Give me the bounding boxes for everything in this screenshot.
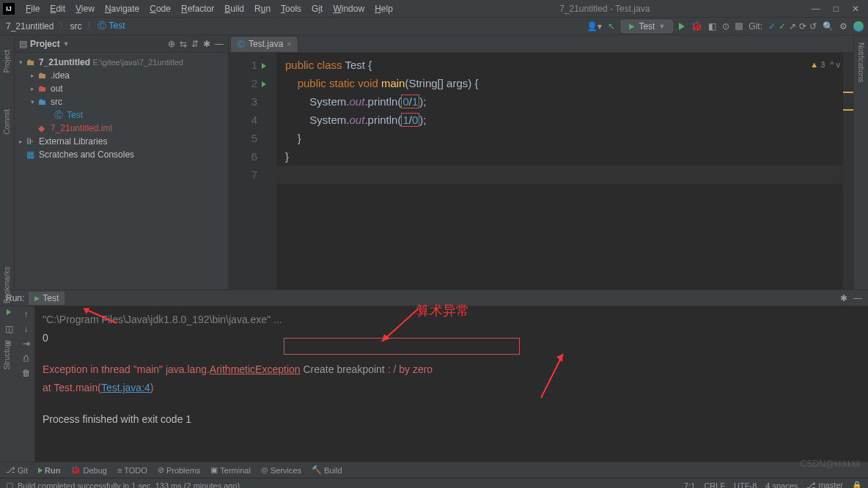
file-encoding[interactable]: UTF-8	[734, 481, 757, 489]
menu-navigate[interactable]: Navigate	[100, 2, 144, 15]
tree-scratches[interactable]: ▦Scratches and Consoles	[15, 148, 228, 161]
run-config-selector[interactable]: ▶ Test ▼	[621, 20, 673, 33]
run-button[interactable]	[679, 23, 685, 30]
down-icon[interactable]: ↓	[24, 324, 29, 334]
crumb-project[interactable]: 7_21untitled	[6, 21, 54, 32]
minimize-icon[interactable]: —	[812, 4, 820, 14]
tab-git[interactable]: ⎇Git	[6, 465, 28, 475]
svg-line-0	[84, 308, 117, 323]
tree-out[interactable]: ▸🖿out	[15, 82, 228, 95]
up-icon[interactable]: ↑	[24, 309, 29, 319]
print-icon[interactable]: ⎙	[23, 353, 29, 363]
menu-help[interactable]: Help	[369, 2, 398, 15]
tool-bookmarks[interactable]: Bookmarks	[3, 267, 11, 303]
stop-button[interactable]	[735, 23, 743, 30]
tab-services[interactable]: ◎Services	[261, 465, 301, 475]
collapse-icon[interactable]: ⇵	[191, 39, 199, 49]
wrap-icon[interactable]: ⇥	[23, 339, 30, 349]
rerun-button[interactable]	[7, 309, 11, 315]
target-icon[interactable]: ⊕	[168, 39, 175, 49]
menu-git[interactable]: Git	[306, 2, 328, 15]
menu-code[interactable]: Code	[144, 2, 176, 15]
tab-terminal[interactable]: ▣Terminal	[210, 465, 251, 475]
status-icon[interactable]: ▢	[6, 481, 13, 488]
window-title: 7_21untitled - Test.java	[398, 4, 812, 14]
tab-run[interactable]: Run	[38, 466, 60, 475]
chevron-right-icon: 〉	[59, 20, 67, 32]
stacktrace-link[interactable]: Test.java:4	[101, 382, 150, 393]
run-tab[interactable]: ▶ Test	[29, 292, 65, 305]
menu-run[interactable]: Run	[249, 2, 276, 15]
tree-iml[interactable]: ◆7_21untitled.iml	[15, 122, 228, 135]
run-toolbar-left: ◫ ≡	[0, 306, 18, 462]
tool-notifications[interactable]: Notifications	[857, 42, 865, 82]
tab-todo[interactable]: ≡TODO	[117, 466, 147, 475]
tool-structure[interactable]: Structure	[3, 340, 11, 370]
profile-button[interactable]: ⊙	[722, 21, 729, 32]
annotation-arrow	[537, 350, 567, 402]
project-panel-header: ▤ Project ▼ ⊕ ⇆ ⇵ ✱ —	[15, 35, 228, 53]
tree-idea[interactable]: ▸🖿.idea	[15, 69, 228, 82]
gear-icon[interactable]: ✱	[203, 39, 210, 49]
lock-icon[interactable]: 🔒	[852, 481, 862, 488]
run-line-icon[interactable]	[262, 63, 266, 69]
git-rollback-icon[interactable]: ↺	[809, 21, 817, 32]
debug-button[interactable]: 🐞	[691, 21, 702, 32]
todo-icon: ≡	[117, 466, 122, 475]
tab-debug[interactable]: 🐞Debug	[70, 465, 106, 475]
tree-external[interactable]: ▸⊪External Libraries	[15, 135, 228, 148]
hide-icon[interactable]: —	[853, 293, 862, 303]
tree-root[interactable]: ▾🖿 7_21untitled E:\gitee\java\7_21untitl…	[15, 56, 228, 69]
error-stripe[interactable]	[843, 53, 853, 289]
menu-build[interactable]: Build	[219, 2, 249, 15]
tab-test-java[interactable]: Ⓒ Test.java ×	[230, 36, 298, 52]
close-tab-icon[interactable]: ×	[287, 40, 291, 48]
annotation-label: 算术异常	[416, 302, 469, 320]
class-icon: Ⓒ	[54, 109, 65, 122]
coverage-button[interactable]: ◧	[708, 21, 716, 32]
git-push-icon[interactable]: ↗	[789, 21, 796, 32]
maximize-icon[interactable]: □	[834, 4, 839, 14]
gear-icon[interactable]: ✱	[840, 293, 847, 303]
indent-info[interactable]: 4 spaces	[765, 481, 798, 489]
project-panel-title[interactable]: Project	[30, 39, 60, 49]
avatar-icon[interactable]	[853, 21, 864, 32]
chevron-down-icon[interactable]: ▼	[63, 40, 70, 48]
tool-project[interactable]: Project	[3, 50, 11, 73]
tab-problems[interactable]: ⊘Problems	[158, 465, 200, 475]
expand-icon[interactable]: ⇆	[180, 39, 187, 49]
tab-build[interactable]: 🔨Build	[312, 465, 342, 475]
watermark: CSDN@kkkkkk	[801, 459, 861, 469]
menu-tools[interactable]: Tools	[276, 2, 306, 15]
line-separator[interactable]: CRLF	[704, 481, 725, 489]
tree-test-class[interactable]: ⒸTest	[15, 108, 228, 122]
search-icon[interactable]: 🔍	[823, 21, 834, 32]
tree-src[interactable]: ▾🖿src	[15, 95, 228, 108]
menu-edit[interactable]: Edit	[45, 2, 70, 15]
user-icon[interactable]: 👤▾	[586, 21, 602, 32]
clear-icon[interactable]: 🗑	[22, 368, 31, 378]
menu-window[interactable]: Window	[328, 2, 369, 15]
git-commit-icon[interactable]: ✓	[779, 21, 786, 32]
caret-position[interactable]: 7:1	[684, 481, 695, 489]
code-text[interactable]: public class Test { public static void m…	[276, 53, 843, 289]
menu-refactor[interactable]: Refactor	[176, 2, 219, 15]
build-button[interactable]: ↖	[608, 21, 615, 32]
git-branch[interactable]: ⎇ master	[806, 481, 843, 488]
crumb-src[interactable]: src	[70, 21, 81, 32]
hide-icon[interactable]: —	[215, 39, 224, 49]
menu-file[interactable]: File	[21, 2, 45, 15]
menu-view[interactable]: View	[70, 2, 100, 15]
git-update-icon[interactable]: ✓	[768, 21, 776, 32]
crumb-class[interactable]: Ⓒ Test	[98, 20, 125, 32]
console-output[interactable]: "C:\Program Files\Java\jdk1.8.0_192\bin\…	[35, 306, 868, 462]
tool-commit[interactable]: Commit	[3, 109, 11, 134]
settings-icon[interactable]: ⚙	[839, 21, 847, 32]
services-icon: ◎	[261, 465, 268, 475]
layout-icon[interactable]: ◫	[5, 324, 13, 334]
console-exception: Exception in thread "main" java.lang.Ari…	[43, 361, 861, 379]
run-line-icon[interactable]	[262, 81, 266, 87]
git-history-icon[interactable]: ⟳	[799, 21, 806, 32]
code-area[interactable]: 1234567 public class Test { public stati…	[229, 53, 853, 289]
close-icon[interactable]: ✕	[852, 4, 859, 14]
